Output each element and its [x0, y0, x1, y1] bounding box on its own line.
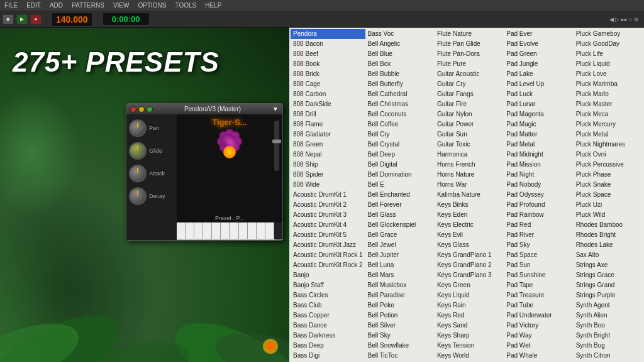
preset-item[interactable]: Pluck GoodDay	[574, 39, 643, 49]
preset-item[interactable]: Pluck Master	[574, 99, 643, 109]
volume-slider[interactable]	[274, 121, 279, 171]
minimize-button[interactable]	[138, 106, 145, 112]
preset-item[interactable]: Bass Voc	[365, 29, 435, 39]
preset-item[interactable]: 808 Gladiator	[291, 129, 365, 140]
preset-item[interactable]: Pad Sun	[504, 260, 573, 270]
preset-item[interactable]: Acoustic DrumKit 4	[291, 220, 365, 230]
preset-item[interactable]: Bell Coffee	[365, 119, 435, 129]
preset-item[interactable]: Bell Cry	[365, 129, 435, 140]
menu-patterns[interactable]: PATTERNS	[70, 2, 106, 9]
preset-item[interactable]: Bell Sky	[365, 331, 435, 341]
preset-item[interactable]: Strings Grand	[574, 280, 643, 290]
preset-item[interactable]: Keys Evil	[435, 230, 504, 240]
preset-item[interactable]: Pluck Snake	[574, 180, 643, 190]
preset-item[interactable]: Pad Ever	[504, 29, 573, 39]
preset-item[interactable]: Bell Bubble	[365, 69, 435, 79]
preset-item[interactable]: Flute Pure	[435, 59, 504, 69]
preset-item[interactable]: Bell Deep	[365, 150, 435, 160]
preset-item[interactable]: Acoustic DrumKit Rock 2	[291, 260, 365, 270]
preset-item[interactable]: Strings Axe	[574, 260, 643, 270]
preset-item[interactable]: Bass Dance	[291, 321, 365, 331]
preset-item[interactable]: Pluck Mario	[574, 89, 643, 99]
stop-button[interactable]: ■	[3, 14, 14, 25]
preset-item[interactable]: Bell Silver	[365, 321, 435, 331]
preset-item[interactable]: Bass Digi	[291, 351, 365, 361]
preset-item[interactable]: 808 Book	[291, 59, 365, 69]
preset-item[interactable]: 808 Ship	[291, 160, 365, 170]
menu-file[interactable]: FILE	[3, 2, 19, 9]
preset-item[interactable]: Pad Tape	[504, 280, 573, 290]
preset-item[interactable]: 808 Bacon	[291, 39, 365, 49]
glide-knob[interactable]	[129, 142, 147, 160]
menu-options[interactable]: OPTIONS	[136, 2, 168, 9]
preset-item[interactable]: Horns Nature	[435, 170, 504, 180]
preset-item[interactable]: Pluck Space	[574, 190, 643, 200]
preset-item[interactable]: Pluck Liquid	[574, 59, 643, 69]
preset-item[interactable]: Pad Tube	[504, 300, 573, 310]
preset-item[interactable]: 808 Flame	[291, 119, 365, 129]
maximize-button[interactable]	[147, 106, 153, 112]
preset-item[interactable]: 808 Nepal	[291, 150, 365, 160]
preset-item[interactable]: Acoustic DrumKit Jazz	[291, 240, 365, 250]
preset-item[interactable]: 808 DarkSide	[291, 99, 365, 109]
preset-item[interactable]: Bell Domination	[365, 170, 435, 180]
piano-key[interactable]	[230, 222, 238, 240]
piano-key[interactable]	[239, 222, 248, 240]
preset-item[interactable]: Bass Club	[291, 300, 365, 310]
preset-item[interactable]: Bell Digital	[365, 160, 435, 170]
preset-item[interactable]: 808 Green	[291, 140, 365, 150]
preset-item[interactable]: Keys GrandPiano 3	[435, 270, 504, 280]
preset-item[interactable]: Bell Crystal	[365, 140, 435, 150]
preset-item[interactable]: Horns War	[435, 180, 504, 190]
preset-item[interactable]: Bell Potion	[365, 310, 435, 321]
preset-item[interactable]: Pluck Percussive	[574, 160, 643, 170]
preset-item[interactable]: Strings Purple	[574, 290, 643, 300]
preset-item[interactable]: Guitar Fire	[435, 99, 504, 109]
piano-key[interactable]	[274, 222, 282, 240]
preset-item[interactable]: Bass Darkness	[291, 331, 365, 341]
preset-item[interactable]: Pad Magenta	[504, 109, 573, 119]
pan-knob[interactable]	[129, 119, 147, 137]
preset-item[interactable]: Horns French	[435, 160, 504, 170]
preset-item[interactable]: Bell TicToc	[365, 351, 435, 361]
preset-item[interactable]: Bell Glass	[365, 210, 435, 220]
preset-item[interactable]: Pluck Uzi	[574, 200, 643, 210]
preset-item[interactable]: Bell Blue	[365, 49, 435, 59]
preset-item[interactable]: Bell Musicbox	[365, 280, 435, 290]
preset-item[interactable]: Pendora	[291, 29, 365, 39]
piano-key[interactable]	[194, 222, 203, 240]
preset-item[interactable]: Flute Pan Glide	[435, 39, 504, 49]
preset-item[interactable]: Keys Glass	[435, 240, 504, 250]
preset-item[interactable]: Guitar Sun	[435, 129, 504, 140]
preset-item[interactable]: Keys Electric	[435, 220, 504, 230]
piano-key[interactable]	[257, 222, 265, 240]
preset-item[interactable]: Bell E	[365, 180, 435, 190]
preset-item[interactable]: Pluck Life	[574, 49, 643, 59]
preset-item[interactable]: Pad Sky	[504, 240, 573, 250]
preset-item[interactable]: Pad Matter	[504, 129, 573, 140]
preset-item[interactable]: Bass Deep	[291, 341, 365, 351]
preset-item[interactable]: Bell Paradise	[365, 290, 435, 300]
plugin-menu-icon[interactable]: ▼	[272, 106, 279, 112]
preset-item[interactable]: Banjo	[291, 270, 365, 280]
play-button[interactable]: ▶	[16, 14, 28, 25]
preset-item[interactable]: Guitar Cry	[435, 79, 504, 89]
preset-item[interactable]: Synth Alien	[574, 310, 643, 321]
preset-item[interactable]: Guitar Acoustic	[435, 69, 504, 79]
preset-item[interactable]: Pluck Phase	[574, 170, 643, 180]
preset-item[interactable]: 808 Drill	[291, 109, 365, 119]
preset-item[interactable]: Acoustic DrumKit 2	[291, 200, 365, 210]
preset-item[interactable]: Flute Pan-Dora	[435, 49, 504, 59]
preset-item[interactable]: Acoustic DrumKit 1	[291, 190, 365, 200]
preset-item[interactable]: Synth Citron	[574, 351, 643, 361]
preset-item[interactable]: Pad Profound	[504, 200, 573, 210]
preset-item[interactable]: Pad Treasure	[504, 290, 573, 300]
preset-item[interactable]: Pad Odyssey	[504, 190, 573, 200]
preset-item[interactable]: Bass Copper	[291, 310, 365, 321]
preset-item[interactable]: Pad Level Up	[504, 79, 573, 89]
menu-tools[interactable]: TOOLS	[173, 2, 198, 9]
menu-add[interactable]: ADD	[48, 2, 65, 9]
preset-item[interactable]: Keys Rain	[435, 300, 504, 310]
preset-item[interactable]: Keys Tension	[435, 341, 504, 351]
piano-key[interactable]	[212, 222, 221, 240]
